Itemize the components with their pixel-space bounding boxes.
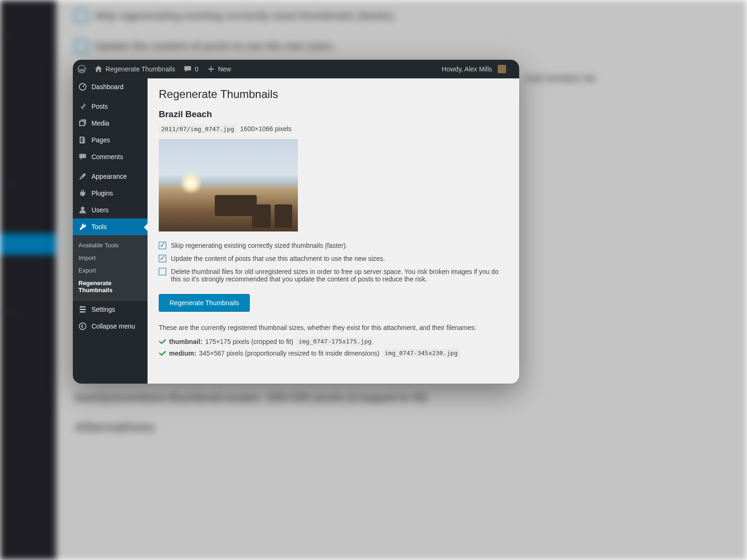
wrench-icon xyxy=(78,223,87,231)
nav-settings[interactable]: Settings xyxy=(73,301,148,318)
media-icon xyxy=(78,119,87,127)
nav-posts[interactable]: Posts xyxy=(73,98,148,115)
label-update: Update the content of posts that use thi… xyxy=(171,255,385,262)
nav-appearance[interactable]: Appearance xyxy=(73,168,148,185)
svg-point-5 xyxy=(80,306,82,308)
page-title: Regenerate Thumbnails xyxy=(159,88,508,101)
tools-submenu: Available Tools Import Export Regenerate… xyxy=(73,235,148,301)
subnav-import[interactable]: Import xyxy=(73,252,148,264)
size-file: img_0747-175x175.jpg xyxy=(296,337,374,346)
check-icon xyxy=(159,350,166,356)
image-preview xyxy=(159,139,298,231)
wp-logo[interactable] xyxy=(78,65,86,73)
user-avatar xyxy=(498,65,506,73)
nav-media[interactable]: Media xyxy=(73,115,148,132)
file-path: 2011/07/img_0747.jpg xyxy=(159,125,237,133)
user-icon xyxy=(78,206,87,214)
admin-sidebar: Dashboard Posts Media Pages Comments App… xyxy=(73,78,148,384)
sizes-intro: These are the currently registered thumb… xyxy=(159,324,508,331)
checkbox-skip[interactable] xyxy=(159,242,166,249)
site-link[interactable]: Regenerate Thumbnails xyxy=(94,65,175,73)
main-content: Regenerate Thumbnails Brazil Beach 2011/… xyxy=(148,78,519,384)
nav-comments[interactable]: Comments xyxy=(73,148,148,165)
subnav-export[interactable]: Export xyxy=(73,264,148,277)
wordpress-icon xyxy=(78,65,86,73)
collapse-menu[interactable]: Collapse menu xyxy=(73,318,148,335)
comments-link[interactable]: 0 xyxy=(183,65,198,73)
new-link[interactable]: New xyxy=(207,65,231,73)
subnav-regenerate[interactable]: Regenerate Thumbnails xyxy=(73,277,148,296)
user-greeting[interactable]: Howdy, Alex Mills xyxy=(442,65,506,73)
checkbox-delete[interactable] xyxy=(159,268,166,275)
comment-icon xyxy=(78,153,87,161)
pages-icon xyxy=(78,136,87,144)
label-delete: Delete thumbnail files for old unregiste… xyxy=(171,268,508,283)
image-dimensions: 1600×1066 pixels xyxy=(240,125,291,133)
svg-point-8 xyxy=(79,323,86,329)
svg-point-4 xyxy=(81,207,84,210)
home-icon xyxy=(94,65,103,73)
nav-pages[interactable]: Pages xyxy=(73,132,148,148)
comment-icon xyxy=(183,65,192,73)
brush-icon xyxy=(78,172,87,181)
nav-dashboard[interactable]: Dashboard xyxy=(73,78,148,95)
regenerate-button[interactable]: Regenerate Thumbnails xyxy=(159,294,250,312)
size-desc: 175×175 pixels (cropped to fit) xyxy=(205,338,294,345)
nav-plugins[interactable]: Plugins xyxy=(73,185,148,202)
svg-point-7 xyxy=(81,311,83,313)
check-icon xyxy=(159,339,166,344)
attachment-title: Brazil Beach xyxy=(159,109,508,119)
collapse-icon xyxy=(78,322,87,330)
sliders-icon xyxy=(78,305,87,314)
svg-point-6 xyxy=(84,308,85,310)
plus-icon xyxy=(207,65,215,73)
subnav-available-tools[interactable]: Available Tools xyxy=(73,239,148,252)
checkbox-update[interactable] xyxy=(159,255,166,262)
plug-icon xyxy=(78,189,87,197)
size-row-medium: medium: 345×567 pixels (proportionally r… xyxy=(159,349,508,357)
size-file: img_0747-345x230.jpg xyxy=(382,349,460,357)
dashboard-icon xyxy=(78,83,87,91)
attachment-meta: 2011/07/img_0747.jpg 1600×1066 pixels xyxy=(159,125,508,133)
size-name: thumbnail: xyxy=(169,338,203,345)
label-skip: Skip regenerating existing correctly siz… xyxy=(171,242,347,249)
size-row-thumbnail: thumbnail: 175×175 pixels (cropped to fi… xyxy=(159,337,508,346)
pin-icon xyxy=(78,102,87,111)
nav-tools[interactable]: Tools xyxy=(73,218,148,235)
size-name: medium: xyxy=(169,350,196,357)
svg-rect-3 xyxy=(81,138,85,144)
nav-users[interactable]: Users xyxy=(73,202,148,218)
screenshot-window: Regenerate Thumbnails 0 New Howdy, Alex … xyxy=(73,60,519,384)
admin-toolbar: Regenerate Thumbnails 0 New Howdy, Alex … xyxy=(73,60,519,78)
size-desc: 345×567 pixels (proportionally resized t… xyxy=(199,350,379,357)
